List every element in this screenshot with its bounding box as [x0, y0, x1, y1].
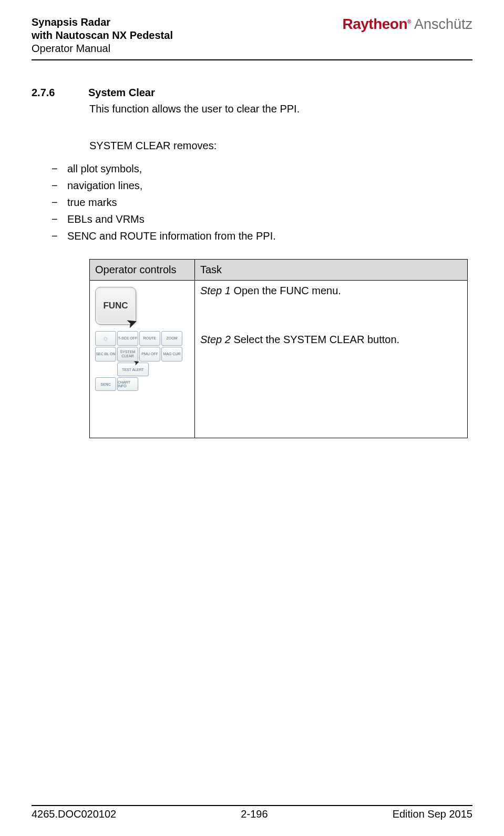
col-header-operator: Operator controls	[90, 260, 195, 281]
zoom-button[interactable]: ZOOM	[161, 331, 182, 346]
section-number: 2.7.6	[32, 87, 63, 99]
sec-bl-on-button[interactable]: SEC BL ON	[95, 347, 116, 362]
edition: Edition Sep 2015	[393, 808, 472, 820]
removes-list: all plot symbols, navigation lines, true…	[52, 160, 472, 244]
senc-button[interactable]: SENC	[95, 377, 116, 391]
page-number: 2-196	[241, 808, 268, 820]
header-subtitle: Operator Manual	[32, 42, 173, 55]
task-cell: Step 1 Open the FUNC menu. Step 2 Select…	[195, 281, 468, 438]
header-left: Synapsis Radar with Nautoscan NX Pedesta…	[32, 16, 173, 55]
menu-row-3: TEST ALERT	[95, 363, 189, 376]
pmu-off-button[interactable]: PMU OFF	[139, 347, 160, 362]
operator-table: Operator controls Task FUNC ➤ ☼ T-SCE OF…	[89, 259, 468, 438]
section-intro: This function allows the user to clear t…	[89, 102, 472, 116]
list-item: SENC and ROUTE information from the PPI.	[52, 228, 472, 244]
page-footer: 4265.DOC020102 2-196 Edition Sep 2015	[32, 805, 472, 820]
anschutz-logo-text: Anschütz	[414, 16, 472, 33]
brand-logo: Raytheon® Anschütz	[342, 16, 472, 33]
step2-text: Select the SYSTEM CLEAR button.	[231, 334, 399, 345]
test-alert-button[interactable]: TEST ALERT	[117, 363, 149, 376]
content-area: 2.7.6 System Clear This function allows …	[32, 87, 472, 438]
col-header-task: Task	[195, 260, 468, 281]
list-item: navigation lines,	[52, 177, 472, 194]
step1-label: Step 1	[200, 285, 231, 296]
header-right: Raytheon® Anschütz	[342, 16, 472, 33]
cursor-icon: ➤	[125, 315, 139, 331]
route-button[interactable]: ROUTE	[139, 331, 160, 346]
tsce-off-button[interactable]: T-SCE OFF	[117, 331, 138, 346]
raytheon-logo-text: Raytheon®	[342, 16, 410, 33]
doc-id: 4265.DOC020102	[32, 808, 116, 820]
list-item: EBLs and VRMs	[52, 211, 472, 228]
step-1: Step 1 Open the FUNC menu.	[200, 285, 462, 297]
list-item: all plot symbols,	[52, 160, 472, 177]
step-2: Step 2 Select the SYSTEM CLEAR button.	[200, 334, 462, 346]
chart-info-button[interactable]: CHART INFO	[117, 377, 138, 391]
system-clear-button[interactable]: SYSTEM CLEAR ➤	[117, 347, 138, 362]
header-title-1: Synapsis Radar	[32, 16, 173, 29]
list-item: true marks	[52, 194, 472, 211]
func-button[interactable]: FUNC ➤	[95, 287, 136, 325]
menu-row-4: SENC CHART INFO	[95, 377, 189, 391]
operator-controls-cell: FUNC ➤ ☼ T-SCE OFF ROUTE ZOOM SEC BL ON …	[90, 281, 195, 438]
page-header: Synapsis Radar with Nautoscan NX Pedesta…	[32, 16, 472, 60]
header-title-2: with Nautoscan NX Pedestal	[32, 29, 173, 42]
func-menu-grid: ☼ T-SCE OFF ROUTE ZOOM SEC BL ON SYSTEM …	[95, 331, 189, 362]
step2-label: Step 2	[200, 334, 231, 345]
mag-cur-button[interactable]: MAG CUR	[161, 347, 182, 362]
section-heading-row: 2.7.6 System Clear	[32, 87, 472, 99]
removes-label: SYSTEM CLEAR removes:	[89, 140, 472, 152]
section-title: System Clear	[88, 87, 155, 99]
func-illustration: FUNC ➤ ☼ T-SCE OFF ROUTE ZOOM SEC BL ON …	[95, 285, 189, 391]
func-button-label: FUNC	[103, 301, 128, 311]
brightness-button[interactable]: ☼	[95, 331, 116, 346]
step1-text: Open the FUNC menu.	[231, 285, 341, 296]
